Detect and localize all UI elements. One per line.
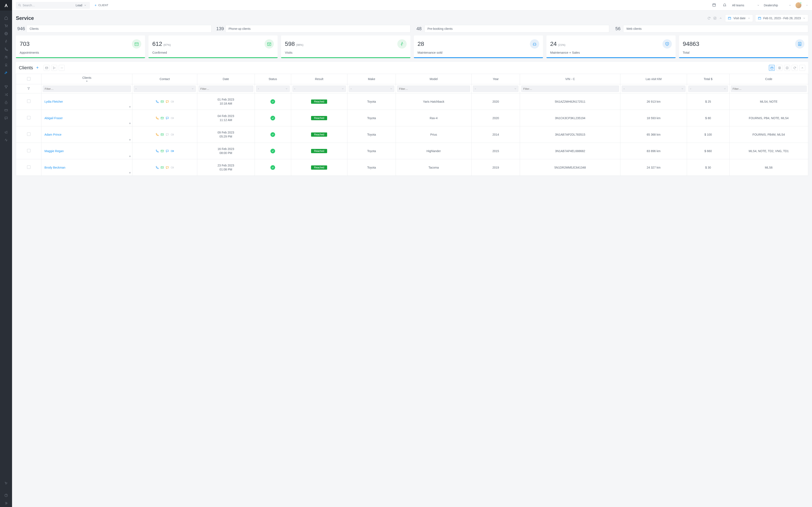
th-result[interactable]: Result	[291, 74, 347, 84]
row-checkbox[interactable]	[27, 149, 31, 152]
row-expand-icon[interactable]: +	[129, 105, 131, 109]
row-expand-icon[interactable]: +	[129, 171, 131, 175]
nav-phone[interactable]	[0, 45, 12, 53]
nav-cart[interactable]	[0, 22, 12, 30]
row-expand-icon[interactable]: +	[129, 155, 131, 158]
filter-result[interactable]: -	[293, 86, 346, 92]
client-name-link[interactable]: Lydia Fletcher+	[42, 93, 133, 110]
row-expand-icon[interactable]: +	[129, 138, 131, 142]
comment-icon[interactable]	[165, 100, 169, 104]
phone-icon[interactable]	[155, 116, 159, 120]
video-icon[interactable]	[170, 149, 174, 153]
app-logo[interactable]	[0, 0, 12, 11]
th-contact[interactable]: Contact	[133, 74, 197, 84]
nav-megaphone[interactable]	[0, 128, 12, 136]
nav-comment[interactable]	[0, 114, 12, 122]
nav-badge[interactable]	[0, 61, 12, 69]
filter-contact[interactable]: -	[134, 86, 196, 92]
collapse-icon[interactable]	[719, 17, 722, 20]
print-button[interactable]	[776, 65, 782, 71]
more-actions-button[interactable]	[59, 65, 65, 71]
teams-dropdown[interactable]: All teams	[732, 4, 760, 7]
phone-icon[interactable]	[155, 166, 159, 169]
th-clients[interactable]: Clients	[82, 76, 91, 79]
th-total[interactable]: Total $	[687, 74, 729, 84]
mail-icon[interactable]	[160, 100, 164, 104]
client-name-link[interactable]: Brody Beckman+	[42, 159, 133, 176]
video-icon[interactable]	[170, 166, 174, 169]
row-checkbox[interactable]	[27, 116, 31, 119]
nav-shuffle[interactable]	[0, 91, 12, 99]
th-km[interactable]: Las visit KM	[620, 74, 687, 84]
client-name-link[interactable]: Abigail Fraser+	[42, 110, 133, 126]
nav-service[interactable]	[0, 69, 12, 76]
filter-km[interactable]: -	[622, 86, 686, 92]
comment-icon[interactable]	[165, 116, 169, 120]
filter-code[interactable]	[731, 86, 807, 92]
chevron-down-icon[interactable]	[806, 4, 808, 7]
nav-walk[interactable]	[0, 38, 12, 45]
nav-timer[interactable]	[0, 99, 12, 106]
summary-label[interactable]: Clients	[27, 25, 211, 33]
dealership-dropdown[interactable]: Dealership	[764, 4, 791, 7]
visit-date-dropdown[interactable]: Visit date	[725, 14, 753, 22]
filter-status[interactable]: -	[256, 86, 290, 92]
client-name-link[interactable]: Adam Prince+	[42, 126, 133, 143]
video-icon[interactable]	[170, 100, 174, 104]
add-client-button[interactable]: CLIENT	[94, 4, 108, 7]
filter-year[interactable]: -	[473, 86, 518, 92]
th-make[interactable]: Make	[347, 74, 396, 84]
kpi-card-4[interactable]: 24(21%) Maintenance + Sales	[546, 36, 676, 58]
date-range-picker[interactable]: Feb 01, 2023 - Feb 28, 2023	[755, 14, 808, 22]
refresh-icon[interactable]	[707, 16, 711, 20]
comment-icon[interactable]	[165, 133, 169, 136]
filter-make[interactable]: -	[349, 86, 394, 92]
th-date[interactable]: Date	[197, 74, 255, 84]
mail-icon[interactable]	[160, 116, 164, 120]
filter-icon[interactable]	[27, 87, 30, 90]
row-checkbox[interactable]	[27, 100, 31, 103]
add-client-icon[interactable]	[36, 66, 39, 70]
row-checkbox[interactable]	[27, 132, 31, 136]
search-type-dropdown[interactable]: Lead	[76, 4, 88, 7]
kpi-card-0[interactable]: 703 Appointments	[16, 36, 145, 58]
comment-icon[interactable]	[165, 166, 169, 169]
nav-users[interactable]	[0, 53, 12, 61]
th-model[interactable]: Model	[396, 74, 471, 84]
row-expand-icon[interactable]: +	[129, 121, 131, 125]
filter-total[interactable]: -	[688, 86, 728, 92]
phone-icon[interactable]	[155, 133, 159, 136]
search-input[interactable]	[22, 4, 76, 7]
kpi-card-3[interactable]: 28 Maintenance sold	[414, 36, 543, 58]
kpi-card-2[interactable]: 598(98%) Visits	[281, 36, 410, 58]
video-icon[interactable]	[170, 133, 174, 136]
search-wrap[interactable]: Lead	[16, 2, 90, 9]
filter-clients[interactable]	[43, 86, 131, 92]
phone-icon[interactable]	[155, 149, 159, 153]
notifications-button[interactable]	[721, 3, 728, 7]
client-name-link[interactable]: Maggie Regan+	[42, 143, 133, 159]
th-vin[interactable]: VIN - C	[520, 74, 620, 84]
kpi-card-1[interactable]: 612(87%) Confirmed	[148, 36, 277, 58]
nav-home[interactable]	[0, 14, 12, 22]
summary-label[interactable]: Web clients	[623, 25, 808, 33]
filter-vin[interactable]	[521, 86, 619, 92]
filter-date[interactable]	[199, 86, 253, 92]
nav-expand[interactable]	[0, 499, 12, 507]
video-icon[interactable]	[170, 116, 174, 120]
th-code[interactable]: Code	[729, 74, 808, 84]
bulk-send-button[interactable]	[51, 65, 57, 71]
nav-globe[interactable]	[0, 30, 12, 38]
nav-card[interactable]	[0, 106, 12, 114]
columns-button[interactable]	[784, 65, 790, 71]
bulk-email-button[interactable]	[44, 65, 49, 71]
select-all-checkbox[interactable]	[27, 77, 31, 80]
filter-model[interactable]	[397, 86, 470, 92]
calendar-icon-button[interactable]	[711, 3, 717, 7]
nav-cursor[interactable]	[0, 479, 12, 487]
nav-activity[interactable]	[0, 136, 12, 144]
view-calendar-button[interactable]	[769, 65, 775, 71]
summary-label[interactable]: Phone-up clients	[225, 25, 410, 33]
th-year[interactable]: Year	[471, 74, 520, 84]
nav-trophy[interactable]	[0, 83, 12, 91]
